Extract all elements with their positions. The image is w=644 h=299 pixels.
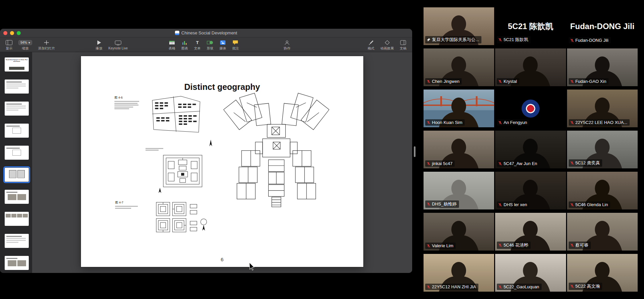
compass-arrow-icon bbox=[157, 187, 162, 194]
slide-navigator[interactable]: Social Development in China: Past and Fu… bbox=[0, 52, 32, 273]
palace-plan-figure bbox=[161, 153, 204, 189]
close-window-button[interactable] bbox=[3, 31, 7, 35]
window-titlebar[interactable]: Chinese Social Development bbox=[0, 29, 412, 37]
participant-tile-2[interactable]: 5C21 陈歆凯 5C21 陈歆凯 bbox=[495, 7, 566, 45]
muted-mic-icon bbox=[498, 38, 502, 42]
participant-tile-15[interactable]: 5C46 Glenda Lin bbox=[567, 172, 638, 209]
participant-tile-18[interactable]: 蔡可睿 bbox=[567, 213, 638, 251]
participant-tile-3[interactable]: Fudan-DONG Jili Fudan-DONG Jili bbox=[567, 7, 638, 45]
muted-mic-icon bbox=[498, 203, 502, 207]
participant-tile-9[interactable]: 22Y5C22 LEE HAO XUA... bbox=[567, 90, 638, 127]
participant-name-tag: 5C46 Glenda Lin bbox=[569, 201, 611, 208]
slide-thumbnail-7[interactable] bbox=[5, 190, 29, 204]
toolbar-button-zoom[interactable]: 94%▾ 缩放 bbox=[15, 39, 35, 51]
svg-text:T: T bbox=[196, 40, 199, 45]
participant-tile-7[interactable]: Hoon Kuan Sim bbox=[424, 90, 494, 127]
muted-mic-icon bbox=[498, 285, 502, 289]
participant-name-tag: DHS_杨惟婷 bbox=[425, 200, 459, 208]
zoom-value: 94% bbox=[20, 41, 27, 44]
animate-icon bbox=[384, 39, 390, 45]
slide-thumbnail-8[interactable] bbox=[5, 212, 29, 226]
toolbar-button-play[interactable]: 播放 bbox=[93, 39, 105, 51]
participant-name-tag: jinkai 5c47 bbox=[425, 160, 455, 167]
toolbar-label-play: 播放 bbox=[96, 46, 102, 51]
participant-tile-6[interactable]: Fudan-GAO Xin bbox=[567, 48, 638, 86]
participant-name: 5C21 陈歆凯 bbox=[503, 37, 528, 43]
participant-name-tag: 5C46 花清晔 bbox=[497, 242, 531, 249]
toolbar-button-shape[interactable]: 形状 bbox=[204, 39, 216, 51]
keynote-live-icon bbox=[115, 40, 121, 45]
toolbar-button-table[interactable]: 表格 bbox=[166, 39, 178, 51]
slide-thumbnail-5[interactable] bbox=[5, 146, 29, 160]
pin-icon bbox=[427, 38, 431, 42]
zoom-window-button[interactable] bbox=[17, 31, 21, 35]
minimize-window-button[interactable] bbox=[10, 31, 14, 35]
participant-name-tag: An Fengyun bbox=[497, 119, 529, 126]
muted-mic-icon bbox=[570, 80, 574, 84]
apartment-floor-plan-figure bbox=[223, 93, 329, 231]
participant-name: 复旦大学国际关系与公... bbox=[432, 37, 479, 43]
figure-2-annotation bbox=[146, 147, 164, 152]
muted-mic-icon bbox=[570, 121, 574, 125]
avatar-badge bbox=[522, 100, 540, 118]
participant-name-tag: Fudan-GAO Xin bbox=[569, 78, 609, 85]
toolbar-button-add-slide[interactable]: 添加幻灯片 bbox=[35, 39, 58, 51]
window-resize-handle[interactable] bbox=[414, 146, 416, 157]
participant-name: 22Y5C22 LEE HAO XUA... bbox=[575, 120, 627, 125]
zoom-dropdown[interactable]: 94%▾ bbox=[18, 39, 32, 45]
chart-icon bbox=[182, 39, 188, 45]
figure-1-caption: 图 4-6 bbox=[114, 96, 141, 100]
window-title: Chinese Social Development bbox=[181, 30, 237, 35]
add-slide-icon bbox=[44, 39, 49, 45]
slide-thumbnail-6[interactable] bbox=[5, 168, 29, 182]
participant-tile-11[interactable]: 5C47_Aw Jun En bbox=[495, 131, 566, 168]
participant-name: 5C46 花清晔 bbox=[503, 242, 528, 248]
participant-tile-1[interactable]: 复旦大学国际关系与公... bbox=[424, 7, 494, 45]
toolbar-button-text[interactable]: T 文本 bbox=[191, 39, 204, 51]
participant-tile-8[interactable]: An Fengyun bbox=[495, 90, 566, 127]
participant-name: 5C22 高文瀚 bbox=[575, 283, 600, 289]
slide-thumbnail-10[interactable] bbox=[5, 256, 29, 270]
muted-mic-icon bbox=[427, 202, 431, 206]
participant-tile-17[interactable]: 5C46 花清晔 bbox=[495, 213, 566, 251]
mouse-cursor bbox=[249, 263, 255, 271]
play-icon bbox=[97, 39, 101, 45]
participant-gallery: 复旦大学国际关系与公... 5C21 陈歆凯 5C bbox=[424, 7, 638, 292]
slide-thumbnail-3[interactable] bbox=[5, 102, 29, 116]
toolbar-label-collaborate: 协作 bbox=[284, 46, 290, 51]
slide-thumbnail-1[interactable]: Social Development in China: Past and Fu… bbox=[5, 57, 29, 71]
toolbar-button-view[interactable]: 显示 bbox=[3, 39, 15, 51]
participant-tile-5[interactable]: Krystal bbox=[495, 48, 566, 86]
participant-tile-12[interactable]: 5C12 龚奕真 bbox=[567, 131, 638, 168]
participant-tile-10[interactable]: jinkai 5c47 bbox=[424, 131, 494, 168]
toolbar-button-comment[interactable]: 批注 bbox=[229, 39, 242, 51]
toolbar-button-chart[interactable]: 图表 bbox=[178, 39, 191, 51]
muted-mic-icon bbox=[570, 161, 574, 165]
participant-name-tag: 22Y5C12 HAN ZHI JIA bbox=[425, 284, 478, 290]
participant-tile-21[interactable]: 5C22 高文瀚 bbox=[567, 254, 638, 292]
toolbar-button-collaborate[interactable]: 协作 bbox=[281, 39, 293, 51]
figure-3-annotation: 图 4-7 bbox=[115, 200, 142, 209]
slide-page-number: 6 bbox=[81, 257, 363, 262]
slide-canvas: Distinct geography 图 4-6 bbox=[32, 52, 412, 273]
participant-tile-14[interactable]: DHS ler xen bbox=[495, 172, 566, 209]
participant-tile-19[interactable]: 22Y5C12 HAN ZHI JIA bbox=[424, 254, 494, 292]
participant-tile-20[interactable]: 5C22_GaoLuquan bbox=[495, 254, 566, 292]
muted-mic-icon bbox=[570, 243, 574, 247]
toolbar-button-media[interactable]: 媒体 bbox=[216, 39, 229, 51]
participant-tile-13[interactable]: DHS_杨惟婷 bbox=[424, 172, 494, 209]
figure-1-annotation: 图 4-6 bbox=[114, 96, 141, 110]
toolbar-label-keynote-live: Keynote Live bbox=[108, 46, 128, 50]
participant-name: 5C47_Aw Jun En bbox=[503, 161, 537, 166]
toolbar-button-format[interactable]: 格式 bbox=[365, 39, 377, 51]
slide-thumbnail-4[interactable] bbox=[5, 124, 29, 138]
toolbar-button-animate[interactable]: 动画效果 bbox=[377, 39, 397, 51]
participant-tile-4[interactable]: Chen Jingwen bbox=[424, 48, 494, 86]
toolbar-label-view: 显示 bbox=[6, 46, 12, 51]
slide-thumbnail-2[interactable] bbox=[5, 80, 29, 94]
toolbar-button-document[interactable]: 文稿 bbox=[397, 39, 409, 51]
participant-tile-16[interactable]: Valerie Lim bbox=[424, 213, 494, 251]
toolbar-button-keynote-live[interactable]: Keynote Live bbox=[105, 39, 131, 50]
muted-mic-icon bbox=[498, 243, 502, 247]
slide-thumbnail-9[interactable] bbox=[5, 234, 29, 248]
